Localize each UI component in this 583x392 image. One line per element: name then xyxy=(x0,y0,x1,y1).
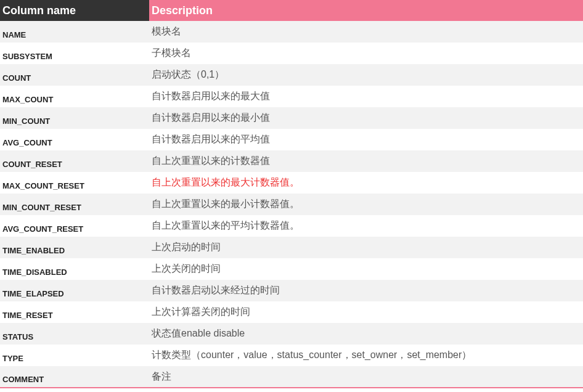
table-row: NAME模块名 xyxy=(0,21,583,43)
column-name-cell: MIN_COUNT xyxy=(0,107,149,129)
column-name-cell: AVG_COUNT_RESET xyxy=(0,215,149,237)
description-cell: 上次计算器关闭的时间 xyxy=(149,301,583,323)
table-row: AVG_COUNT_RESET自上次重置以来的平均计数器值。 xyxy=(0,215,583,237)
column-name-cell: AVG_COUNT xyxy=(0,129,149,150)
table-row: COUNT启动状态（0,1） xyxy=(0,64,583,86)
column-name-cell: COMMENT xyxy=(0,366,149,388)
table-row: AVG_COUNT自计数器启用以来的平均值 xyxy=(0,129,583,150)
table-row: MIN_COUNT_RESET自上次重置以来的最小计数器值。 xyxy=(0,194,583,215)
description-cell: 模块名 xyxy=(149,21,583,43)
description-cell: 自上次重置以来的平均计数器值。 xyxy=(149,215,583,237)
header-row: Column name Description xyxy=(0,0,583,21)
column-name-cell: TIME_DISABLED xyxy=(0,258,149,280)
description-cell: 自计数器启动以来经过的时间 xyxy=(149,280,583,301)
table-row: TYPE计数类型（counter，value，status_counter，se… xyxy=(0,345,583,366)
header-description: Description xyxy=(149,0,583,21)
table-row: COUNT_RESET自上次重置以来的计数器值 xyxy=(0,150,583,172)
table-row: TIME_ENABLED上次启动的时间 xyxy=(0,237,583,258)
table-row: MAX_COUNT自计数器启用以来的最大值 xyxy=(0,86,583,107)
column-name-cell: MAX_COUNT_RESET xyxy=(0,172,149,194)
table-row: MIN_COUNT自计数器启用以来的最小值 xyxy=(0,107,583,129)
table-row: COMMENT备注 xyxy=(0,366,583,388)
description-cell: 自计数器启用以来的最大值 xyxy=(149,86,583,107)
column-name-cell: STATUS xyxy=(0,323,149,345)
column-name-cell: SUBSYSTEM xyxy=(0,43,149,64)
column-name-cell: MIN_COUNT_RESET xyxy=(0,194,149,215)
table-row: TIME_DISABLED上次关闭的时间 xyxy=(0,258,583,280)
column-name-cell: TYPE xyxy=(0,345,149,366)
table-row: MAX_COUNT_RESET自上次重置以来的最大计数器值。 xyxy=(0,172,583,194)
header-column-name: Column name xyxy=(0,0,149,21)
description-cell: 自上次重置以来的最大计数器值。 xyxy=(149,172,583,194)
description-cell: 上次关闭的时间 xyxy=(149,258,583,280)
column-name-cell: TIME_ENABLED xyxy=(0,237,149,258)
description-cell: 计数类型（counter，value，status_counter，set_ow… xyxy=(149,345,583,366)
description-cell: 自计数器启用以来的平均值 xyxy=(149,129,583,150)
definitions-table: Column name Description NAME模块名SUBSYSTEM… xyxy=(0,0,583,388)
description-cell: 状态值enable disable xyxy=(149,323,583,345)
column-name-cell: NAME xyxy=(0,21,149,43)
table-row: STATUS状态值enable disable xyxy=(0,323,583,345)
description-cell: 自计数器启用以来的最小值 xyxy=(149,107,583,129)
column-name-cell: TIME_ELAPSED xyxy=(0,280,149,301)
column-name-cell: COUNT xyxy=(0,64,149,86)
description-cell: 上次启动的时间 xyxy=(149,237,583,258)
description-cell: 子模块名 xyxy=(149,43,583,64)
description-cell: 启动状态（0,1） xyxy=(149,64,583,86)
table-body: NAME模块名SUBSYSTEM子模块名COUNT启动状态（0,1）MAX_CO… xyxy=(0,21,583,388)
column-name-cell: COUNT_RESET xyxy=(0,150,149,172)
description-cell: 自上次重置以来的计数器值 xyxy=(149,150,583,172)
table-row: TIME_RESET上次计算器关闭的时间 xyxy=(0,301,583,323)
table-row: TIME_ELAPSED自计数器启动以来经过的时间 xyxy=(0,280,583,301)
description-cell: 自上次重置以来的最小计数器值。 xyxy=(149,194,583,215)
column-name-cell: MAX_COUNT xyxy=(0,86,149,107)
description-cell: 备注 xyxy=(149,366,583,388)
column-name-cell: TIME_RESET xyxy=(0,301,149,323)
table-row: SUBSYSTEM子模块名 xyxy=(0,43,583,64)
